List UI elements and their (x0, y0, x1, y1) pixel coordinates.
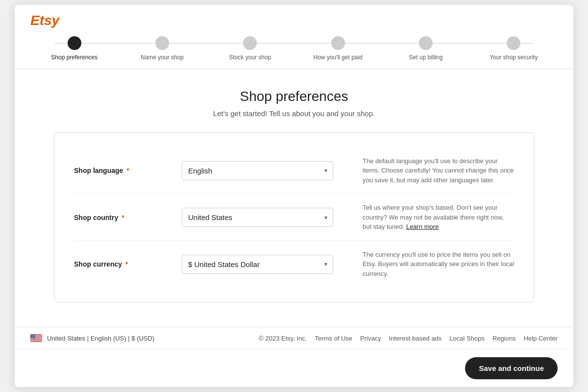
svg-point-8 (31, 335, 31, 335)
required-star-3: * (125, 260, 128, 268)
svg-point-25 (34, 337, 35, 337)
shop-currency-select-container[interactable]: $ United States Dollar ▾ (182, 255, 333, 274)
shop-country-label: Shop country * (74, 214, 124, 221)
svg-point-27 (32, 337, 32, 338)
page-title: Shop preferences (54, 89, 534, 104)
shop-currency-label: Shop currency * (74, 260, 128, 268)
preferences-form-card: Shop language * English ▾ The default la… (54, 132, 534, 303)
svg-point-28 (33, 337, 33, 338)
step-dot-1 (68, 36, 81, 50)
step-2: Name your shop (118, 36, 206, 61)
required-star-2: * (122, 214, 124, 221)
svg-point-29 (34, 337, 34, 338)
shop-country-select[interactable]: United States (182, 208, 333, 227)
help-center-link[interactable]: Help Center (524, 335, 558, 342)
svg-point-30 (35, 337, 35, 338)
svg-rect-6 (30, 341, 42, 342)
svg-point-34 (34, 338, 35, 338)
shop-country-help: Tell us where your shop's based. Don't s… (363, 203, 514, 232)
svg-point-26 (31, 337, 31, 338)
svg-point-10 (33, 335, 33, 335)
step-6: Your shop security (470, 36, 558, 61)
step-dot-2 (155, 36, 169, 50)
svg-point-24 (33, 337, 34, 337)
svg-rect-5 (30, 340, 42, 340)
step-5: Set up billing (382, 36, 469, 61)
footer-links-container: © 2023 Etsy, Inc. Terms of Use Privacy I… (259, 335, 558, 342)
privacy-link[interactable]: Privacy (360, 335, 381, 342)
svg-point-22 (31, 337, 32, 337)
svg-point-33 (33, 338, 34, 338)
learn-more-link[interactable]: Learn more (406, 223, 439, 230)
required-star: * (126, 167, 129, 174)
shop-currency-help: The currency you'll use to price the ite… (363, 250, 514, 279)
svg-point-31 (31, 338, 32, 338)
step-label-1: Shop preferences (51, 54, 98, 61)
shop-language-help: The default language you'll use to descr… (363, 156, 514, 185)
shop-language-select[interactable]: English (182, 161, 333, 180)
save-continue-button[interactable]: Save and continue (465, 357, 558, 379)
step-1: Shop preferences (30, 36, 118, 61)
interest-ads-link[interactable]: Interest-based ads (389, 335, 442, 342)
shop-language-row: Shop language * English ▾ The default la… (74, 147, 514, 195)
step-4: How you'll get paid (294, 36, 382, 61)
step-label-5: Set up billing (409, 54, 443, 61)
svg-point-20 (34, 336, 34, 336)
svg-point-12 (35, 335, 35, 335)
footer-copyright: © 2023 Etsy, Inc. (259, 335, 307, 342)
header: Etsy Shop preferencesName your shopStock… (15, 5, 573, 69)
app-frame: Etsy Shop preferencesName your shopStock… (15, 5, 573, 388)
shop-language-label: Shop language * (74, 167, 129, 174)
page-subtitle: Let's get started! Tell us about you and… (54, 109, 534, 118)
footer: United States | English (US) | $ (USD) ©… (15, 327, 573, 349)
svg-point-9 (32, 335, 32, 335)
shop-country-select-container[interactable]: United States ▾ (182, 208, 333, 227)
shop-country-label-container: Shop country * (74, 213, 172, 222)
svg-point-21 (35, 336, 35, 336)
footer-locale-container: United States | English (US) | $ (USD) (30, 334, 154, 342)
terms-link[interactable]: Terms of Use (315, 335, 352, 342)
step-dot-6 (507, 36, 520, 50)
svg-point-17 (31, 336, 31, 336)
shop-currency-select[interactable]: $ United States Dollar (182, 255, 333, 274)
svg-point-18 (32, 336, 32, 336)
step-dot-4 (331, 36, 345, 50)
step-label-2: Name your shop (141, 54, 184, 61)
svg-point-23 (32, 337, 33, 337)
step-dot-3 (243, 36, 257, 50)
etsy-logo: Etsy (30, 13, 558, 28)
shop-currency-label-container: Shop currency * (74, 260, 172, 269)
svg-point-14 (32, 335, 33, 336)
main-content: Shop preferences Let's get started! Tell… (15, 69, 573, 327)
shop-country-row: Shop country * United States ▾ Tell us w… (74, 194, 514, 241)
svg-rect-4 (30, 339, 42, 339)
step-label-3: Stock your shop (229, 54, 271, 61)
shop-language-label-container: Shop language * (74, 166, 172, 175)
svg-point-16 (34, 335, 35, 336)
shop-language-select-container[interactable]: English ▾ (182, 161, 333, 180)
footer-locale-text: United States | English (US) | $ (USD) (47, 335, 154, 342)
step-3: Stock your shop (206, 36, 294, 61)
svg-point-19 (33, 336, 33, 336)
svg-point-15 (33, 335, 34, 336)
regions-link[interactable]: Regions (492, 335, 516, 342)
local-shops-link[interactable]: Local Shops (449, 335, 485, 342)
svg-point-13 (31, 335, 32, 336)
action-bar: Save and continue (15, 349, 573, 387)
shop-currency-row: Shop currency * $ United States Dollar ▾… (74, 241, 514, 288)
step-label-6: Your shop security (490, 54, 538, 61)
stepper: Shop preferencesName your shopStock your… (30, 36, 558, 69)
svg-point-11 (34, 335, 34, 335)
step-dot-5 (419, 36, 433, 50)
us-flag-icon (30, 334, 42, 342)
svg-point-32 (32, 338, 33, 338)
step-label-4: How you'll get paid (313, 54, 362, 61)
